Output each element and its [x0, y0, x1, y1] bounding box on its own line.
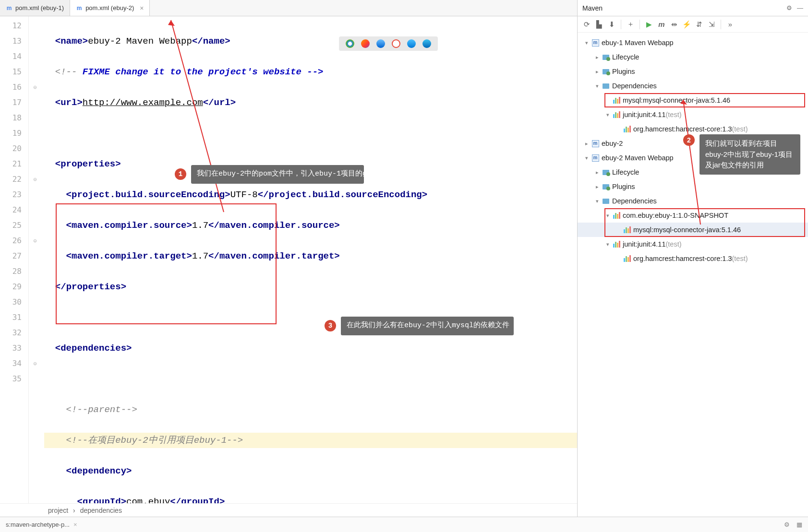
close-icon[interactable]: ×	[73, 521, 77, 528]
opera-icon	[392, 39, 400, 48]
tree-scope: (test)	[732, 251, 748, 266]
fold-toggle-icon[interactable]: ⊖	[29, 172, 41, 187]
line-number: 16	[0, 80, 28, 95]
expand-arrow-icon[interactable]: ▾	[603, 107, 612, 122]
line-number: 13	[0, 34, 28, 49]
fold-toggle-icon[interactable]: ⊖	[29, 80, 41, 95]
skip-tests-icon[interactable]: ⚡	[681, 19, 692, 30]
line-number: 15	[0, 64, 28, 80]
line-number: 19	[0, 126, 28, 141]
tab-label: pom.xml (ebuy-1)	[15, 4, 64, 12]
code-area[interactable]: <name>ebuy-2 Maven Webapp</name> <!-- FI…	[41, 16, 577, 503]
tree-node[interactable]: ▾com.ebuy:ebuy-1:1.0-SNAPSHOT	[578, 208, 808, 223]
maven-file-icon: m	[76, 5, 83, 12]
toggle-offline-icon[interactable]: ⇹	[669, 19, 679, 30]
download-icon[interactable]: ⬇	[606, 19, 617, 30]
fold-toggle-icon[interactable]: ⊖	[29, 233, 41, 248]
generate-sources-icon[interactable]: ▙	[594, 19, 604, 30]
reimport-icon[interactable]: ⟳	[581, 19, 592, 30]
tree-node[interactable]: ▾mebuy-1 Maven Webapp	[578, 35, 808, 50]
close-icon[interactable]: ×	[140, 4, 144, 12]
maven-toolbar: ⟳ ▙ ⬇ ＋ ▶ m ⇹ ⚡ ⇵ ⇲ »	[578, 16, 808, 33]
expand-arrow-icon[interactable]: ▾	[593, 194, 602, 208]
status-bar: s:maven-archetype-p... × ⚙ ▦	[0, 517, 808, 532]
tree-node[interactable]: ▾junit:junit:4.11 (test)	[578, 237, 808, 251]
expand-arrow-icon[interactable]: ▾	[582, 151, 591, 165]
line-number: 34	[0, 356, 28, 371]
tab-pom-ebuy-2[interactable]: m pom.xml (ebuy-2) ×	[70, 0, 150, 16]
line-number: 14	[0, 49, 28, 64]
expand-arrow-icon[interactable]: ▾	[582, 35, 591, 50]
fold-gutter: ⊖⊖⊖⊖	[29, 16, 41, 503]
gear-icon[interactable]: ⚙	[784, 521, 790, 528]
tree-node[interactable]: ▾junit:junit:4.11 (test)	[578, 107, 808, 122]
line-number: 12	[0, 18, 28, 34]
annotation-badge-3: 3	[325, 320, 336, 331]
expand-arrow-icon[interactable]: ▾	[603, 208, 612, 223]
breadcrumb[interactable]: project › dependencies	[0, 503, 577, 517]
tree-node[interactable]: ▸Plugins	[578, 64, 808, 79]
line-number: 29	[0, 279, 28, 295]
tree-node[interactable]: ▸Lifecycle	[578, 50, 808, 64]
maven-m-icon[interactable]: m	[656, 19, 667, 30]
tree-label: mysql:mysql-connector-java:5.1.46	[633, 223, 741, 237]
maven-tool-window: Maven ⚙ — ⟳ ▙ ⬇ ＋ ▶ m ⇹ ⚡ ⇵ ⇲ » 2	[578, 0, 808, 517]
annotation-text-1: 我们在ebuy-2中的pom文件中，引入ebuy-1项目的groupId和art…	[191, 165, 364, 184]
maven-tree[interactable]: 2 我们就可以看到在项目ebuy-2中出现了ebuy-1项目及jar包文件的引用…	[578, 33, 808, 517]
fold-toggle-icon[interactable]: ⊖	[29, 356, 41, 371]
expand-arrow-icon[interactable]: ▸	[593, 179, 602, 194]
svg-marker-1	[168, 20, 175, 26]
tree-node[interactable]: ▾Dependencies	[578, 79, 808, 93]
maven-header: Maven ⚙ —	[578, 0, 808, 16]
line-number: 21	[0, 156, 28, 172]
line-number: 17	[0, 95, 28, 110]
line-number: 20	[0, 141, 28, 156]
add-icon[interactable]: ＋	[625, 19, 636, 30]
tree-node[interactable]: mysql:mysql-connector-java:5.1.46	[578, 93, 808, 107]
tree-node[interactable]: org.hamcrest:hamcrest-core:1.3 (test)	[578, 251, 808, 266]
expand-arrow-icon[interactable]: ▸	[593, 64, 602, 79]
tree-node[interactable]: mysql:mysql-connector-java:5.1.46	[578, 223, 808, 237]
tree-label: ebuy-2 Maven Webapp	[602, 151, 674, 165]
annotation-badge-2: 2	[683, 134, 695, 146]
tab-pom-ebuy-1[interactable]: m pom.xml (ebuy-1)	[0, 0, 70, 16]
show-deps-icon[interactable]: ⇵	[694, 19, 704, 30]
chrome-icon	[346, 39, 354, 48]
tree-node[interactable]: ▾Dependencies	[578, 194, 808, 208]
expand-arrow-icon[interactable]: ▾	[593, 79, 602, 93]
tree-scope: (test)	[665, 237, 681, 251]
gear-icon[interactable]: ⚙	[786, 4, 792, 12]
annotation-badge-1: 1	[175, 168, 186, 180]
expand-arrow-icon[interactable]: ▸	[582, 136, 591, 151]
tree-label: Plugins	[612, 64, 635, 79]
tree-label: Lifecycle	[612, 165, 639, 179]
expand-arrow-icon[interactable]: ▸	[593, 165, 602, 179]
tree-label: ebuy-1 Maven Webapp	[602, 35, 674, 50]
status-indicator-icon[interactable]: ▦	[796, 521, 802, 528]
editor-body[interactable]: 1213141516171819202122232425262728293031…	[0, 16, 577, 503]
annotation-3: 3 在此我们并么有在ebuy-2中引入mysql的依赖文件	[325, 317, 514, 335]
minimize-icon[interactable]: —	[797, 4, 803, 12]
collapse-icon[interactable]: ⇲	[706, 19, 717, 30]
safari-icon	[376, 39, 385, 48]
tree-node[interactable]: ▸Plugins	[578, 179, 808, 194]
tree-label: junit:junit:4.11	[623, 237, 665, 251]
line-number: 24	[0, 202, 28, 218]
ie-icon	[407, 39, 416, 48]
tree-label: org.hamcrest:hamcrest-core:1.3	[633, 251, 732, 266]
expand-arrow-icon[interactable]: ▾	[603, 237, 612, 251]
editor-pane: m pom.xml (ebuy-1) m pom.xml (ebuy-2) × …	[0, 0, 578, 517]
line-number: 33	[0, 341, 28, 356]
expand-arrow-icon[interactable]: ▸	[593, 50, 602, 64]
tree-label: com.ebuy:ebuy-1:1.0-SNAPSHOT	[623, 208, 728, 223]
more-icon[interactable]: »	[725, 19, 736, 30]
line-number: 28	[0, 264, 28, 279]
breadcrumb-item[interactable]: dependencies	[80, 507, 122, 514]
line-gutter: 1213141516171819202122232425262728293031…	[0, 16, 29, 503]
breadcrumb-item[interactable]: project	[48, 507, 68, 514]
tab-label: pom.xml (ebuy-2)	[85, 4, 134, 12]
line-number: 23	[0, 187, 28, 202]
run-icon[interactable]: ▶	[644, 19, 654, 30]
tree-label: junit:junit:4.11	[623, 107, 665, 122]
chevron-right-icon: ›	[73, 507, 75, 514]
